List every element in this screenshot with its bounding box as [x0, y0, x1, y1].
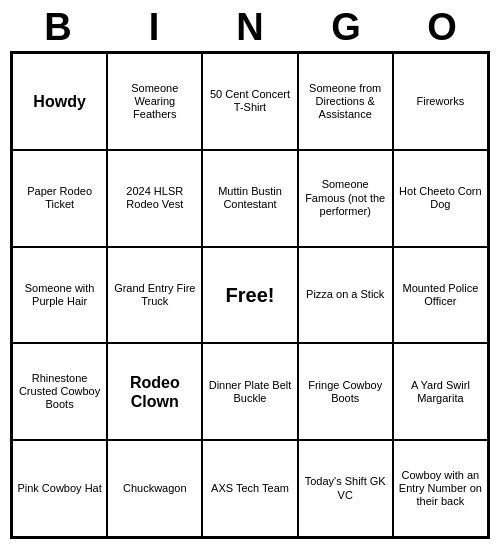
bingo-cell-r4c4[interactable]: Fringe Cowboy Boots — [298, 343, 393, 440]
bingo-cell-r5c4[interactable]: Today's Shift GK VC — [298, 440, 393, 537]
bingo-cell-r2c4[interactable]: Someone Famous (not the performer) — [298, 150, 393, 247]
bingo-cell-r1c5[interactable]: Fireworks — [393, 53, 488, 150]
bingo-cell-r4c5[interactable]: A Yard Swirl Margarita — [393, 343, 488, 440]
bingo-cell-r3c4[interactable]: Pizza on a Stick — [298, 247, 393, 344]
letter-i: I — [124, 6, 184, 49]
bingo-cell-r5c5[interactable]: Cowboy with an Entry Number on their bac… — [393, 440, 488, 537]
bingo-cell-r4c1[interactable]: Rhinestone Crusted Cowboy Boots — [12, 343, 107, 440]
bingo-cell-r4c2[interactable]: Rodeo Clown — [107, 343, 202, 440]
bingo-cell-r1c4[interactable]: Someone from Directions & Assistance — [298, 53, 393, 150]
bingo-cell-r4c3[interactable]: Dinner Plate Belt Buckle — [202, 343, 297, 440]
letter-n: N — [220, 6, 280, 49]
bingo-cell-r2c5[interactable]: Hot Cheeto Corn Dog — [393, 150, 488, 247]
bingo-cell-r3c3[interactable]: Free! — [202, 247, 297, 344]
letter-g: G — [316, 6, 376, 49]
bingo-cell-r3c2[interactable]: Grand Entry Fire Truck — [107, 247, 202, 344]
bingo-cell-r2c1[interactable]: Paper Rodeo Ticket — [12, 150, 107, 247]
bingo-cell-r5c1[interactable]: Pink Cowboy Hat — [12, 440, 107, 537]
bingo-cell-r3c5[interactable]: Mounted Police Officer — [393, 247, 488, 344]
bingo-cell-r2c2[interactable]: 2024 HLSR Rodeo Vest — [107, 150, 202, 247]
bingo-cell-r1c2[interactable]: Someone Wearing Feathers — [107, 53, 202, 150]
bingo-cell-r5c2[interactable]: Chuckwagon — [107, 440, 202, 537]
bingo-grid: HowdySomeone Wearing Feathers50 Cent Con… — [10, 51, 490, 539]
letter-b: B — [28, 6, 88, 49]
bingo-cell-r1c3[interactable]: 50 Cent Concert T-Shirt — [202, 53, 297, 150]
bingo-cell-r5c3[interactable]: AXS Tech Team — [202, 440, 297, 537]
bingo-title: B I N G O — [10, 0, 490, 51]
bingo-cell-r2c3[interactable]: Muttin Bustin Contestant — [202, 150, 297, 247]
letter-o: O — [412, 6, 472, 49]
bingo-cell-r1c1[interactable]: Howdy — [12, 53, 107, 150]
bingo-cell-r3c1[interactable]: Someone with Purple Hair — [12, 247, 107, 344]
